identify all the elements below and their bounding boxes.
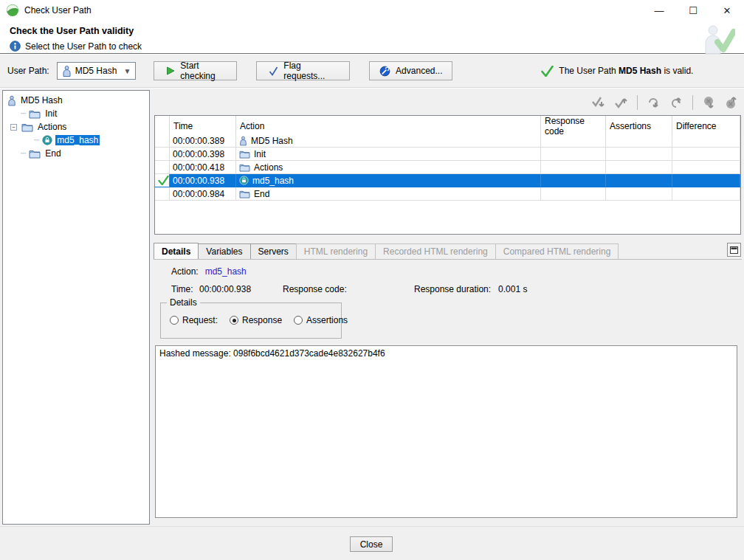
- action-label: Action:: [171, 266, 199, 277]
- maximize-panel-button[interactable]: [727, 243, 741, 257]
- detail-tabs: Details Variables Servers HTML rendering…: [154, 243, 742, 259]
- cell-response-code: [541, 148, 606, 161]
- check-user-path-window: Check User Path — ☐ ✕ Check the User Pat…: [0, 0, 744, 560]
- advanced-button[interactable]: Advanced...: [369, 61, 452, 80]
- response-code-value: [349, 284, 414, 294]
- valid-check-icon: [541, 66, 554, 77]
- minimize-button[interactable]: —: [642, 0, 676, 21]
- tree-item-md5-hash[interactable]: ┄ md5_hash: [3, 134, 149, 147]
- tree-line: ┄: [21, 148, 26, 159]
- table-header-row: Time Action Response code Assertions Dif…: [155, 116, 740, 134]
- request-lock-icon: [239, 176, 249, 185]
- cell-action: md5_hash: [236, 174, 541, 187]
- advanced-label: Advanced...: [396, 66, 442, 76]
- table-row-selected[interactable]: 00:00:00.938 md5_hash: [155, 174, 740, 187]
- cell-assertions: [606, 148, 672, 161]
- tab-details[interactable]: Details: [154, 243, 199, 259]
- cell-response-code: [541, 174, 606, 187]
- close-window-button[interactable]: ✕: [710, 0, 744, 21]
- table-row[interactable]: 00:00:00.984 End: [155, 187, 740, 201]
- tree-label: Init: [44, 108, 58, 119]
- wizard-subtitle: Select the User Path to check: [25, 41, 142, 52]
- previous-error-icon: [723, 94, 740, 111]
- column-response-code[interactable]: Response code: [541, 116, 606, 136]
- tree-item-user-path[interactable]: MD5 Hash: [3, 94, 149, 107]
- tab-recorded-html-rendering: Recorded HTML rendering: [375, 243, 496, 259]
- cell-time: 00:00:00.984: [170, 187, 236, 201]
- details-groupbox: Details Request: Response Assertions: [160, 303, 342, 339]
- tree-label: MD5 Hash: [19, 95, 64, 106]
- tree-item-end[interactable]: ┄ End: [3, 147, 149, 160]
- wizard-title: Check the User Path validity: [10, 26, 134, 36]
- radio-assertions-label: Assertions: [306, 315, 348, 325]
- tab-compared-html-rendering: Compared HTML rendering: [495, 243, 619, 259]
- user-path-label: User Path:: [7, 66, 49, 76]
- start-checking-button[interactable]: Start checking: [154, 61, 237, 80]
- details-groupbox-title: Details: [167, 297, 200, 308]
- close-button[interactable]: Close: [350, 536, 393, 552]
- next-error-icon: [701, 94, 717, 111]
- cell-response-code: [541, 161, 606, 174]
- action-value-link[interactable]: md5_hash: [205, 266, 247, 277]
- valid-watermark-icon: [701, 22, 735, 55]
- collapse-expander-icon[interactable]: −: [10, 124, 17, 131]
- details-tab-content: Action: md5_hash Time: 00:00:00.938 Resp…: [154, 259, 742, 522]
- cell-assertions: [606, 174, 672, 187]
- status-user-path-name: MD5 Hash: [619, 66, 661, 76]
- cell-assertions: [606, 134, 672, 148]
- cell-assertions: [606, 161, 672, 174]
- folder-icon: [239, 190, 250, 198]
- time-value: 00:00:00.938: [199, 284, 283, 294]
- maximize-button[interactable]: ☐: [676, 0, 710, 21]
- radio-request[interactable]: Request:: [170, 315, 218, 325]
- column-assertions[interactable]: Assertions: [606, 116, 672, 136]
- radio-assertions-circle[interactable]: [294, 316, 303, 325]
- cell-response-code: [541, 187, 606, 201]
- response-duration-value: 0.001 s: [498, 284, 527, 294]
- cell-difference: [672, 174, 740, 187]
- table-row[interactable]: 00:00:00.389 MD5 Hash: [155, 134, 740, 148]
- radio-request-circle[interactable]: [170, 316, 179, 325]
- tab-variables[interactable]: Variables: [198, 243, 250, 259]
- chevron-down-icon: ▼: [123, 67, 131, 75]
- radio-assertions[interactable]: Assertions: [294, 315, 348, 325]
- cell-difference: [672, 187, 740, 201]
- main-toolbar: User Path: MD5 Hash ▼ Start checking Fla…: [0, 55, 744, 88]
- flag-requests-button[interactable]: Flag requests...: [256, 61, 350, 80]
- tree-line: ┄: [34, 135, 39, 145]
- results-area: Time Action Response code Assertions Dif…: [154, 89, 742, 526]
- flag-requests-label: Flag requests...: [283, 61, 337, 81]
- tree-item-actions[interactable]: − Actions: [3, 120, 149, 134]
- cell-action: Actions: [236, 161, 541, 174]
- column-action[interactable]: Action: [236, 116, 541, 136]
- titlebar: Check User Path — ☐ ✕: [0, 0, 744, 21]
- folder-icon: [239, 163, 250, 172]
- table-row[interactable]: 00:00:00.398 Init: [155, 148, 740, 161]
- tab-servers[interactable]: Servers: [250, 243, 297, 259]
- toolbar-separator: [637, 95, 638, 110]
- column-time[interactable]: Time: [170, 116, 236, 136]
- radio-response-circle[interactable]: [230, 316, 238, 325]
- column-status[interactable]: [155, 116, 170, 136]
- tree-item-init[interactable]: ┄ Init: [3, 107, 149, 120]
- table-row[interactable]: 00:00:00.418 Actions: [155, 161, 740, 174]
- user-icon: [7, 95, 16, 106]
- next-checked-request-icon: [590, 94, 607, 111]
- start-checking-label: Start checking: [180, 61, 224, 81]
- user-path-select[interactable]: MD5 Hash ▼: [57, 62, 137, 80]
- window-title: Check User Path: [24, 5, 92, 15]
- tree-label: End: [44, 148, 62, 159]
- column-difference[interactable]: Difference: [672, 116, 740, 136]
- user-icon: [62, 66, 72, 77]
- footer-bar: Close: [0, 526, 744, 560]
- cell-time: 00:00:00.938: [170, 174, 236, 187]
- toolbar-separator: [692, 95, 693, 110]
- previous-difference-icon: [668, 94, 684, 111]
- response-content-area[interactable]: Hashed message: 098f6bcd4621d373cade4e83…: [155, 345, 737, 518]
- folder-icon: [29, 109, 41, 119]
- radio-response[interactable]: Response: [230, 315, 282, 325]
- cell-time: 00:00:00.398: [170, 148, 236, 161]
- validation-status: The User Path MD5 Hash is valid.: [541, 66, 693, 77]
- tree-label-selected: md5_hash: [55, 135, 100, 145]
- results-table: Time Action Response code Assertions Dif…: [154, 115, 741, 235]
